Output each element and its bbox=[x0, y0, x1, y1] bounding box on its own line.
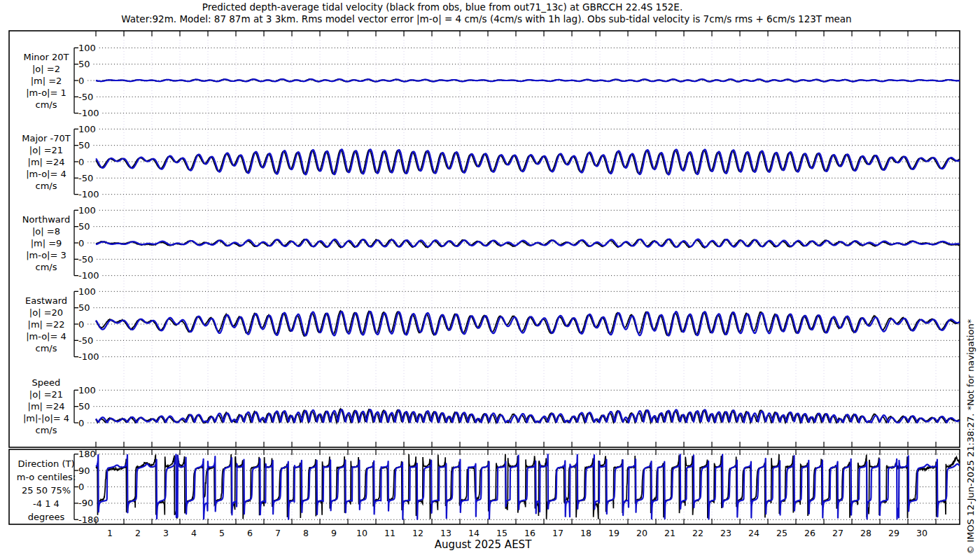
panel-side-label: cm/s bbox=[36, 343, 57, 354]
panel-side-label: |o| =21 bbox=[29, 145, 63, 155]
y-tick-label: 180 bbox=[78, 449, 96, 459]
y-tick-label: 100 bbox=[78, 43, 96, 53]
panel-side-label: Direction (T) bbox=[18, 458, 75, 469]
y-tick-label: 90 bbox=[78, 465, 90, 476]
day-label: 8 bbox=[303, 528, 309, 538]
month-axis-label: August 2025 AEST bbox=[435, 538, 532, 551]
day-label: 1 bbox=[107, 528, 113, 538]
figure-subtitle: Water:92m. Model: 87 87m at 3 3km. Rms m… bbox=[121, 13, 851, 25]
day-label: 6 bbox=[247, 528, 253, 538]
panel-side-label: |o| =8 bbox=[32, 226, 60, 237]
y-tick-label: -180 bbox=[78, 514, 99, 525]
y-tick-label: -100 bbox=[78, 351, 99, 362]
day-label: 15 bbox=[496, 528, 507, 538]
y-tick-label: -50 bbox=[78, 92, 93, 102]
y-tick-label: 50 bbox=[78, 401, 90, 412]
panel-side-label: Northward bbox=[22, 214, 70, 225]
tidal-prediction-figure: Predicted depth-average tidal velocity (… bbox=[0, 0, 980, 560]
panel-side-label: 25 50 75% bbox=[22, 485, 71, 496]
y-tick-label: -50 bbox=[78, 173, 93, 183]
panel-side-label: -4 1 4 bbox=[33, 498, 59, 509]
panel-side-label: |o| =2 bbox=[32, 64, 60, 74]
day-label: 18 bbox=[580, 528, 592, 538]
y-tick-label: 0 bbox=[78, 238, 84, 248]
day-label: 4 bbox=[191, 528, 197, 538]
y-tick-label: 100 bbox=[78, 205, 96, 216]
day-label: 30 bbox=[916, 528, 927, 538]
panel-side-label: |m-o|= 1 bbox=[26, 88, 66, 98]
day-label: 21 bbox=[664, 528, 676, 538]
panel-side-label: |m| =2 bbox=[31, 76, 62, 86]
panel-side-label: |o| =21 bbox=[29, 389, 63, 400]
day-label: 27 bbox=[832, 528, 844, 538]
day-label: 13 bbox=[440, 528, 451, 538]
y-tick-label: 0 bbox=[78, 418, 84, 428]
panel-side-label: cm/s bbox=[36, 425, 57, 435]
day-label: 29 bbox=[888, 528, 899, 538]
day-label: 25 bbox=[776, 528, 788, 538]
panel-side-label: cm/s bbox=[36, 181, 57, 191]
figure-background bbox=[0, 0, 980, 560]
y-tick-label: -100 bbox=[78, 108, 99, 118]
panel-side-label: |m-o|= 4 bbox=[26, 169, 66, 179]
day-label: 3 bbox=[163, 528, 169, 538]
day-label: 20 bbox=[636, 528, 648, 538]
y-tick-label: 0 bbox=[78, 157, 84, 167]
panel-side-label: Minor 20T bbox=[24, 52, 69, 62]
y-tick-label: -100 bbox=[78, 270, 99, 281]
day-label: 10 bbox=[356, 528, 368, 538]
panel-side-label: degrees bbox=[28, 512, 65, 522]
figure-title: Predicted depth-average tidal velocity (… bbox=[202, 1, 682, 13]
y-tick-label: 0 bbox=[78, 482, 84, 492]
day-label: 14 bbox=[468, 528, 479, 538]
day-label: 22 bbox=[692, 528, 704, 538]
panel-side-label: m-o centiles: bbox=[17, 472, 76, 482]
day-label: 11 bbox=[384, 528, 396, 538]
y-tick-label: 100 bbox=[78, 124, 96, 134]
day-label: 26 bbox=[804, 528, 816, 538]
panel-side-label: |m-o|= 3 bbox=[26, 250, 66, 260]
panel-side-label: |m-o|= 4 bbox=[26, 331, 66, 342]
panel-side-label: |m| =9 bbox=[31, 238, 62, 248]
y-tick-label: 50 bbox=[78, 221, 90, 232]
panel-side-label: |m| =22 bbox=[28, 319, 65, 330]
day-label: 2 bbox=[135, 528, 141, 538]
panel-side-label: cm/s bbox=[36, 99, 57, 110]
panel-side-label: Eastward bbox=[25, 295, 67, 306]
y-tick-label: 100 bbox=[78, 286, 96, 297]
day-label: 19 bbox=[608, 528, 620, 538]
y-tick-label: 0 bbox=[78, 76, 84, 86]
panel-side-label: |m| =24 bbox=[28, 157, 65, 167]
day-label: 23 bbox=[720, 528, 732, 538]
y-tick-label: 50 bbox=[78, 302, 90, 313]
day-label: 16 bbox=[524, 528, 536, 538]
day-label: 7 bbox=[275, 528, 281, 538]
day-label: 28 bbox=[860, 528, 872, 538]
panel-side-label: Speed bbox=[32, 377, 61, 388]
day-label: 24 bbox=[748, 528, 760, 538]
y-tick-label: 50 bbox=[78, 59, 90, 69]
day-label: 9 bbox=[331, 528, 337, 538]
y-tick-label: 0 bbox=[78, 319, 84, 330]
panel-side-label: |m|-|o|= 4 bbox=[23, 413, 69, 424]
day-label: 5 bbox=[219, 528, 225, 538]
y-tick-label: -50 bbox=[78, 254, 93, 265]
tidal-figure-canvas: Predicted depth-average tidal velocity (… bbox=[0, 0, 980, 560]
panel-side-label: |o| =20 bbox=[29, 307, 63, 318]
y-tick-label: 100 bbox=[78, 385, 96, 396]
y-tick-label: -100 bbox=[78, 189, 99, 200]
y-tick-label: 50 bbox=[78, 140, 90, 150]
panel-side-label: cm/s bbox=[36, 262, 57, 272]
y-tick-label: -90 bbox=[78, 498, 93, 508]
imos-watermark: © IMOS 12-Jun-2025 21:38:27. *Not for na… bbox=[965, 318, 976, 554]
y-tick-label: -50 bbox=[78, 335, 93, 346]
day-label: 12 bbox=[412, 528, 424, 538]
panel-side-label: Major -70T bbox=[22, 133, 70, 144]
day-label: 17 bbox=[552, 528, 564, 538]
panel-side-label: |m| =24 bbox=[28, 401, 65, 412]
